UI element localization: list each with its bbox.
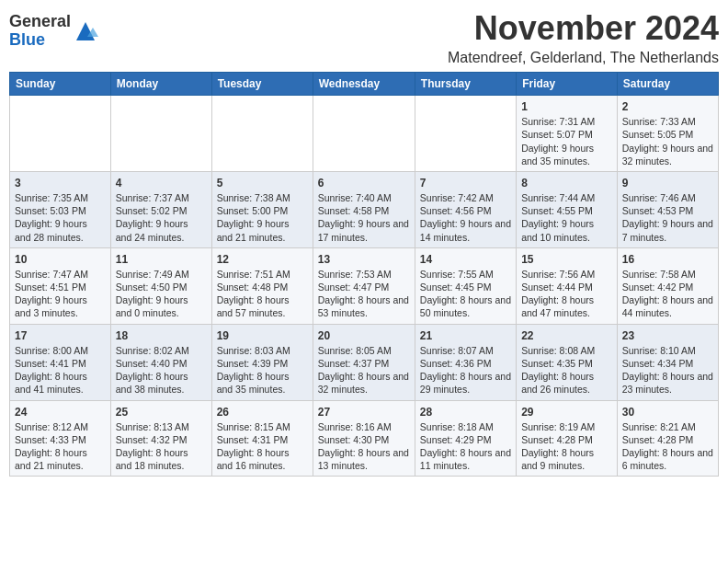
day-cell: 30Sunrise: 8:21 AMSunset: 4:28 PMDayligh… [617,400,718,477]
day-cell: 26Sunrise: 8:15 AMSunset: 4:31 PMDayligh… [211,400,313,477]
day-cell: 27Sunrise: 8:16 AMSunset: 4:30 PMDayligh… [313,400,415,477]
col-header-saturday: Saturday [617,73,718,96]
day-cell: 12Sunrise: 7:51 AMSunset: 4:48 PMDayligh… [211,247,313,324]
week-row-3: 10Sunrise: 7:47 AMSunset: 4:51 PMDayligh… [10,247,719,324]
day-number: 25 [116,405,207,419]
day-number: 23 [622,328,713,343]
day-number: 21 [420,328,511,343]
header: General Blue November 2024 Matendreef, G… [9,9,719,66]
day-number: 16 [622,252,713,267]
week-row-5: 24Sunrise: 8:12 AMSunset: 4:33 PMDayligh… [10,400,719,477]
day-cell: 13Sunrise: 7:53 AMSunset: 4:47 PMDayligh… [313,247,415,324]
day-cell: 3Sunrise: 7:35 AMSunset: 5:03 PMDaylight… [10,171,111,247]
col-header-monday: Monday [110,73,211,96]
day-cell: 16Sunrise: 7:58 AMSunset: 4:42 PMDayligh… [617,247,718,324]
week-row-4: 17Sunrise: 8:00 AMSunset: 4:41 PMDayligh… [10,324,719,400]
day-number: 3 [15,176,106,190]
day-number: 29 [521,405,612,419]
calendar: SundayMondayTuesdayWednesdayThursdayFrid… [9,72,719,477]
logo-blue: Blue [9,30,45,49]
day-cell: 22Sunrise: 8:08 AMSunset: 4:35 PMDayligh… [517,324,618,400]
day-cell: 28Sunrise: 8:18 AMSunset: 4:29 PMDayligh… [415,400,516,477]
calendar-header-row: SundayMondayTuesdayWednesdayThursdayFrid… [10,73,719,96]
day-cell: 11Sunrise: 7:49 AMSunset: 4:50 PMDayligh… [110,247,211,324]
day-number: 20 [318,328,410,343]
day-number: 27 [318,405,410,419]
day-number: 22 [521,328,612,343]
day-number: 18 [116,328,207,343]
day-cell: 9Sunrise: 7:46 AMSunset: 4:53 PMDaylight… [617,171,718,247]
day-cell [313,96,415,172]
day-cell: 2Sunrise: 7:33 AMSunset: 5:05 PMDaylight… [617,96,718,172]
day-number: 2 [622,99,713,114]
day-number: 17 [15,328,106,343]
day-cell: 4Sunrise: 7:37 AMSunset: 5:02 PMDaylight… [110,171,211,247]
day-cell: 19Sunrise: 8:03 AMSunset: 4:39 PMDayligh… [211,324,313,400]
week-row-2: 3Sunrise: 7:35 AMSunset: 5:03 PMDaylight… [10,171,719,247]
day-number: 8 [521,176,612,190]
day-cell: 10Sunrise: 7:47 AMSunset: 4:51 PMDayligh… [10,247,111,324]
day-cell [415,96,516,172]
day-number: 4 [116,176,207,190]
day-cell: 21Sunrise: 8:07 AMSunset: 4:36 PMDayligh… [415,324,516,400]
day-cell: 6Sunrise: 7:40 AMSunset: 4:58 PMDaylight… [313,171,415,247]
day-cell: 5Sunrise: 7:38 AMSunset: 5:00 PMDaylight… [211,171,313,247]
col-header-friday: Friday [517,73,618,96]
day-number: 1 [521,99,612,114]
col-header-sunday: Sunday [10,73,111,96]
month-year: November 2024 [448,9,719,48]
day-cell: 15Sunrise: 7:56 AMSunset: 4:44 PMDayligh… [517,247,618,324]
day-cell: 25Sunrise: 8:13 AMSunset: 4:32 PMDayligh… [110,400,211,477]
day-number: 12 [217,252,308,267]
day-cell: 1Sunrise: 7:31 AMSunset: 5:07 PMDaylight… [517,96,618,172]
day-number: 13 [318,252,410,267]
day-cell: 24Sunrise: 8:12 AMSunset: 4:33 PMDayligh… [10,400,111,477]
title-block: November 2024 Matendreef, Gelderland, Th… [448,9,719,66]
day-number: 19 [217,328,308,343]
col-header-wednesday: Wednesday [313,73,415,96]
day-number: 5 [217,176,308,190]
logo-text: General Blue [9,13,71,50]
day-number: 15 [521,252,612,267]
week-row-1: 1Sunrise: 7:31 AMSunset: 5:07 PMDaylight… [10,96,719,172]
day-number: 6 [318,176,410,190]
day-cell: 14Sunrise: 7:55 AMSunset: 4:45 PMDayligh… [415,247,516,324]
day-cell: 20Sunrise: 8:05 AMSunset: 4:37 PMDayligh… [313,324,415,400]
day-cell: 29Sunrise: 8:19 AMSunset: 4:28 PMDayligh… [517,400,618,477]
logo: General Blue [9,13,98,50]
day-cell [211,96,313,172]
day-number: 11 [116,252,207,267]
day-number: 24 [15,405,106,419]
logo-general: General [9,12,71,30]
day-number: 14 [420,252,511,267]
day-cell: 7Sunrise: 7:42 AMSunset: 4:56 PMDaylight… [415,171,516,247]
day-number: 28 [420,405,511,419]
day-number: 10 [15,252,106,267]
day-cell: 8Sunrise: 7:44 AMSunset: 4:55 PMDaylight… [517,171,618,247]
day-number: 26 [217,405,308,419]
day-number: 9 [622,176,713,190]
col-header-thursday: Thursday [415,73,516,96]
day-number: 30 [622,405,713,419]
logo-icon [73,18,98,44]
location: Matendreef, Gelderland, The Netherlands [448,50,719,66]
day-cell: 17Sunrise: 8:00 AMSunset: 4:41 PMDayligh… [10,324,111,400]
day-cell [110,96,211,172]
day-number: 7 [420,176,511,190]
day-cell: 18Sunrise: 8:02 AMSunset: 4:40 PMDayligh… [110,324,211,400]
col-header-tuesday: Tuesday [211,73,313,96]
day-cell: 23Sunrise: 8:10 AMSunset: 4:34 PMDayligh… [617,324,718,400]
day-cell [10,96,111,172]
